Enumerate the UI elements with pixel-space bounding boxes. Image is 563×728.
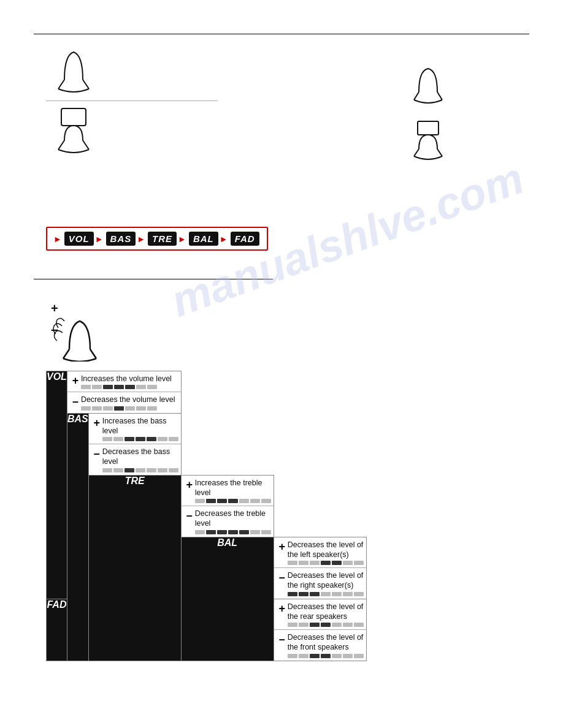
mid-rule xyxy=(34,279,273,279)
minus-sign-bas: – xyxy=(91,447,102,460)
svg-line-6 xyxy=(437,92,442,100)
plus-sign-fad: + xyxy=(277,602,288,615)
svg-rect-7 xyxy=(418,121,439,135)
plus-sign-tre: + xyxy=(184,478,195,491)
tre-plus-bar xyxy=(195,499,271,503)
minus-sign-bal: – xyxy=(277,571,288,584)
mode-sequence: ► VOL ► BAS ► TRE ► BAL ► FAD xyxy=(46,227,268,251)
arrow-bal: ► xyxy=(178,234,186,244)
left-illustrations xyxy=(46,43,218,165)
mode-fad: FAD xyxy=(231,232,259,246)
svg-text:+: + xyxy=(51,301,58,315)
svg-line-4 xyxy=(83,140,89,150)
fad-plus-desc: Decreases the level of the rear speakers xyxy=(288,602,364,622)
mode-vol: VOL xyxy=(64,232,94,246)
bal-minus-bar xyxy=(288,592,364,596)
svg-line-12 xyxy=(63,349,69,358)
svg-line-3 xyxy=(58,140,64,150)
label-vol: VOL xyxy=(47,371,67,599)
tre-minus-bar xyxy=(195,530,271,534)
right-knob-2 xyxy=(407,118,450,167)
label-bal: BAL xyxy=(181,537,274,661)
page-container: manualshlve.com xyxy=(0,0,563,728)
minus-sign-tre: – xyxy=(184,509,195,522)
label-fad: FAD xyxy=(47,599,67,661)
vol-plus-desc: Increases the volume level xyxy=(81,374,178,384)
control-table: VOL + Increases the volume level xyxy=(46,371,367,661)
svg-line-1 xyxy=(83,80,89,89)
arrow-tre: ► xyxy=(137,234,145,244)
svg-line-9 xyxy=(437,149,442,156)
svg-line-8 xyxy=(414,149,419,156)
svg-line-0 xyxy=(58,80,64,89)
bal-plus-bar xyxy=(288,561,364,565)
mode-bas: BAS xyxy=(106,232,136,246)
label-bas: BAS xyxy=(67,413,88,661)
bal-plus-desc: Decreases the level of the left speaker(… xyxy=(288,540,364,560)
fad-plus-bar xyxy=(288,623,364,627)
table-row: TRE + Increases the treble level xyxy=(47,475,367,537)
bas-plus-desc: Increases the bass level xyxy=(102,416,178,436)
arrow-vol: ► xyxy=(53,234,62,244)
plus-sign-bal: + xyxy=(277,540,288,553)
svg-line-13 xyxy=(90,349,96,358)
mode-tre: TRE xyxy=(148,232,177,246)
knob-illustration-1 xyxy=(46,43,101,98)
table-row: BAS + Increases the bass level xyxy=(47,413,367,475)
top-rule xyxy=(34,34,529,34)
arrow-bas: ► xyxy=(95,234,104,244)
plus-sign-bas: + xyxy=(91,416,102,430)
minus-sign-fad: – xyxy=(277,632,288,646)
bas-minus-desc: Decreases the bass level xyxy=(102,447,178,467)
label-tre: TRE xyxy=(88,475,181,661)
svg-line-5 xyxy=(414,92,419,100)
finger-illustration: + – xyxy=(46,294,107,364)
mode-bal: BAL xyxy=(189,232,218,246)
finger-knob-svg: + – xyxy=(46,294,107,362)
right-knob-1 xyxy=(407,64,450,107)
table-row: VOL + Increases the volume level xyxy=(47,371,367,414)
fad-minus-bar xyxy=(288,654,364,658)
knob-illustration-2 xyxy=(46,104,101,165)
right-illustrations xyxy=(407,64,450,167)
svg-rect-2 xyxy=(61,108,86,126)
plus-sign-vol: + xyxy=(70,374,81,387)
vol-plus-bar xyxy=(81,385,178,389)
tre-plus-desc: Increases the treble level xyxy=(195,478,271,498)
fad-minus-desc: Decreases the level of the front speaker… xyxy=(288,632,364,653)
vol-minus-bar xyxy=(81,406,178,411)
bas-plus-bar xyxy=(102,437,178,441)
vol-minus-desc: Decreases the volume level xyxy=(81,395,178,404)
arrow-fad: ► xyxy=(220,234,228,244)
bal-minus-desc: Decreases the level of the right speaker… xyxy=(288,571,364,591)
tre-minus-desc: Decreases the treble level xyxy=(195,509,271,529)
bas-minus-bar xyxy=(102,468,178,472)
minus-sign-vol: – xyxy=(70,395,81,408)
